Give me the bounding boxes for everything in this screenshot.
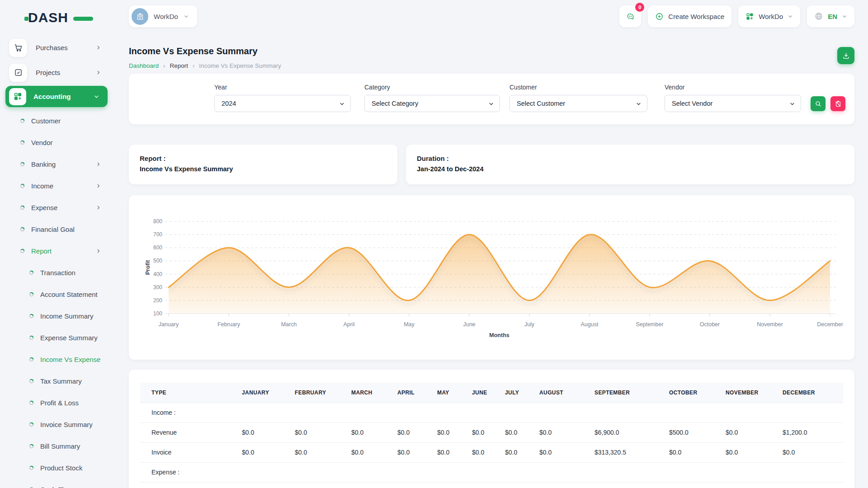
customer-select[interactable]: Select Customer bbox=[509, 95, 647, 112]
table-cell: $6,900.0 bbox=[594, 422, 669, 442]
donut-icon bbox=[29, 422, 34, 427]
table-cell: $0.0 bbox=[351, 422, 397, 442]
breadcrumb: Dashboard › Report › Income Vs Expense S… bbox=[129, 62, 854, 69]
sidebar-item-invoice-summary[interactable]: Invoice Summary bbox=[0, 413, 113, 435]
table-cell bbox=[783, 462, 843, 482]
language-selector[interactable]: EN bbox=[807, 5, 854, 27]
table-cell bbox=[397, 403, 437, 422]
table-cell: $0.0 bbox=[539, 442, 594, 462]
table-column-header: SEPTEMBER bbox=[594, 383, 669, 403]
app-menu-label: WorkDo bbox=[759, 13, 783, 20]
vendor-select[interactable]: Select Vendor bbox=[665, 95, 801, 112]
sidebar-item-transaction[interactable]: Transaction bbox=[0, 262, 113, 283]
breadcrumb-report[interactable]: Report bbox=[170, 62, 188, 69]
sidebar-item-label: Expense Summary bbox=[40, 334, 98, 342]
customer-value: Select Customer bbox=[517, 100, 565, 107]
chevron-right-icon bbox=[95, 183, 101, 189]
sidebar-item-income-summary[interactable]: Income Summary bbox=[0, 305, 113, 327]
table-cell bbox=[472, 403, 505, 422]
table-cell: $0.0 bbox=[397, 422, 437, 442]
sidebar-item-purchases[interactable]: Purchases bbox=[0, 35, 113, 60]
reset-filter-button[interactable] bbox=[830, 96, 845, 111]
sidebar-item-financial-goal[interactable]: Financial Goal bbox=[0, 218, 113, 240]
sidebar-item-report[interactable]: Report bbox=[0, 240, 113, 262]
sidebar-item-label: Banking bbox=[31, 160, 56, 168]
donut-icon bbox=[29, 444, 34, 449]
sidebar-item-income-vs-expense[interactable]: Income Vs Expense bbox=[0, 348, 113, 370]
svg-text:400: 400 bbox=[153, 271, 162, 277]
table-cell bbox=[726, 462, 783, 482]
breadcrumb-current: Income Vs Expense Summary bbox=[199, 62, 281, 69]
sidebar-item-profit-loss[interactable]: Profit & Loss bbox=[0, 392, 113, 413]
table-cell bbox=[505, 462, 539, 482]
table-column-header: NOVEMBER bbox=[726, 383, 783, 403]
sidebar-item-banking[interactable]: Banking bbox=[0, 153, 113, 175]
sidebar-item-cash-flow[interactable]: Cash Flow bbox=[0, 479, 113, 488]
sidebar-item-label: Account Statement bbox=[40, 291, 98, 298]
year-select[interactable]: 2024 bbox=[214, 95, 351, 112]
create-workspace-button[interactable]: Create Workspace bbox=[648, 5, 731, 27]
year-label: Year bbox=[214, 84, 351, 91]
sidebar-item-expense-summary[interactable]: Expense Summary bbox=[0, 327, 113, 348]
category-select[interactable]: Select Category bbox=[364, 95, 500, 112]
sidebar-item-projects[interactable]: Projects bbox=[0, 60, 113, 85]
svg-text:800: 800 bbox=[153, 218, 162, 225]
sidebar-item-label: Customer bbox=[31, 117, 61, 125]
download-button[interactable] bbox=[837, 47, 854, 64]
report-card-value: Income Vs Expense Summary bbox=[140, 165, 387, 173]
table-column-header: FEBRUARY bbox=[295, 383, 351, 403]
donut-icon bbox=[29, 270, 34, 275]
table-cell bbox=[505, 403, 539, 422]
grid-plus-icon bbox=[9, 88, 26, 105]
sidebar-item-tax-summary[interactable]: Tax Summary bbox=[0, 370, 113, 392]
chevron-down-icon bbox=[339, 101, 345, 107]
sidebar-menu: PurchasesProjectsAccountingCustomerVendo… bbox=[0, 35, 113, 488]
messages-button[interactable]: 0 bbox=[619, 5, 641, 27]
table-cell bbox=[351, 462, 397, 482]
table-cell bbox=[295, 403, 351, 422]
create-workspace-label: Create Workspace bbox=[668, 13, 724, 20]
sidebar-item-product-stock[interactable]: Product Stock bbox=[0, 457, 113, 479]
table-cell: $0.0 bbox=[397, 442, 437, 462]
chevron-right-icon bbox=[95, 248, 101, 254]
table-cell bbox=[539, 403, 594, 422]
table-cell: $0.0 bbox=[295, 442, 351, 462]
customer-filter: Customer Select Customer bbox=[509, 84, 647, 112]
apply-filter-button[interactable] bbox=[811, 96, 826, 111]
table-column-header: MARCH bbox=[351, 383, 397, 403]
table-cell bbox=[397, 462, 437, 482]
sidebar-item-label: Tax Summary bbox=[40, 377, 82, 385]
chevron-right-icon bbox=[95, 161, 101, 167]
table-cell bbox=[437, 403, 472, 422]
sidebar-item-label: Expense bbox=[31, 204, 57, 211]
breadcrumb-dashboard[interactable]: Dashboard bbox=[129, 62, 159, 69]
sidebar-item-account-statement[interactable]: Account Statement bbox=[0, 283, 113, 305]
table-cell: $313,320.5 bbox=[594, 442, 669, 462]
sidebar-item-customer[interactable]: Customer bbox=[0, 110, 113, 131]
vendor-filter: Vendor Select Vendor bbox=[665, 84, 801, 112]
filter-card: Year 2024 Category Select Category Custo… bbox=[129, 74, 854, 124]
table-cell bbox=[594, 462, 669, 482]
app-menu-button[interactable]: WorkDo bbox=[738, 5, 800, 27]
table-cell bbox=[783, 403, 843, 422]
chevron-down-icon bbox=[842, 14, 847, 19]
language-label: EN bbox=[828, 13, 837, 20]
sidebar-item-bill-summary[interactable]: Bill Summary bbox=[0, 435, 113, 457]
table-cell bbox=[242, 403, 295, 422]
donut-icon bbox=[29, 314, 34, 319]
sidebar-item-accounting[interactable]: Accounting bbox=[5, 86, 108, 107]
table-cell-type: Expense : bbox=[140, 462, 242, 482]
check-square-icon bbox=[9, 64, 27, 82]
workspace-switcher[interactable]: WorkDo bbox=[129, 5, 197, 27]
sidebar-item-expense[interactable]: Expense bbox=[0, 197, 113, 218]
app-logo[interactable]: DASH bbox=[28, 10, 87, 28]
sidebar-item-label: Product Stock bbox=[40, 464, 82, 472]
sidebar-item-income[interactable]: Income bbox=[0, 175, 113, 197]
sidebar-item-vendor[interactable]: Vendor bbox=[0, 131, 113, 153]
svg-text:March: March bbox=[281, 321, 297, 328]
chevron-right-icon bbox=[95, 45, 101, 51]
chevron-down-icon bbox=[94, 94, 99, 99]
table-cell bbox=[351, 403, 397, 422]
income-expense-table-card: TYPEJANUARYFEBRUARYMARCHAPRILMAYJUNEJULY… bbox=[129, 370, 854, 488]
svg-text:December: December bbox=[817, 321, 843, 328]
